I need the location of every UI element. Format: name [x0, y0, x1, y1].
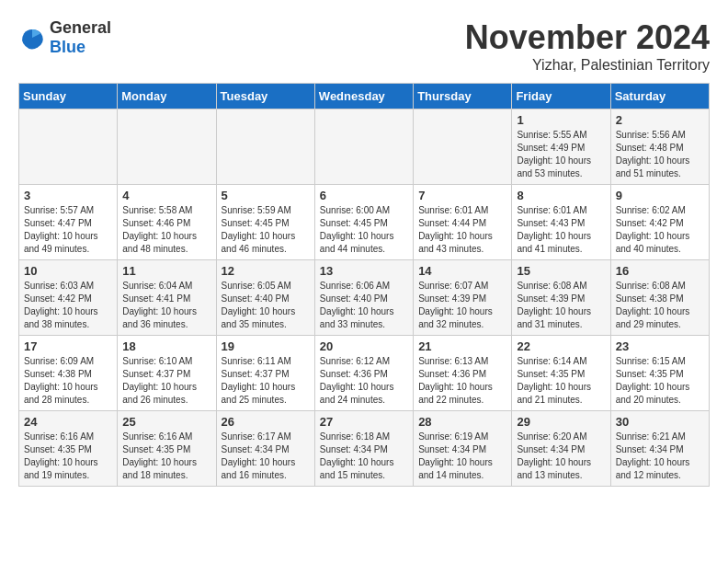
day-cell: 30Sunrise: 6:21 AM Sunset: 4:34 PM Dayli… [610, 411, 709, 487]
day-info: Sunrise: 5:59 AM Sunset: 4:45 PM Dayligh… [222, 205, 296, 254]
day-number: 18 [122, 339, 210, 353]
day-info: Sunrise: 6:11 AM Sunset: 4:37 PM Dayligh… [222, 356, 296, 405]
day-info: Sunrise: 6:05 AM Sunset: 4:40 PM Dayligh… [222, 281, 296, 329]
day-info: Sunrise: 6:18 AM Sunset: 4:34 PM Dayligh… [320, 431, 394, 480]
day-cell: 19Sunrise: 6:11 AM Sunset: 4:37 PM Dayli… [216, 336, 314, 411]
day-cell: 14Sunrise: 6:07 AM Sunset: 4:39 PM Dayli… [414, 260, 512, 336]
day-info: Sunrise: 6:12 AM Sunset: 4:36 PM Dayligh… [320, 356, 394, 405]
day-cell: 5Sunrise: 5:59 AM Sunset: 4:45 PM Daylig… [216, 185, 314, 260]
day-cell: 18Sunrise: 6:10 AM Sunset: 4:37 PM Dayli… [118, 336, 216, 411]
day-info: Sunrise: 5:58 AM Sunset: 4:46 PM Dayligh… [122, 205, 197, 254]
day-info: Sunrise: 6:17 AM Sunset: 4:34 PM Dayligh… [222, 431, 296, 480]
day-number: 14 [418, 264, 506, 278]
week-row-5: 24Sunrise: 6:16 AM Sunset: 4:35 PM Dayli… [19, 411, 710, 487]
day-number: 6 [320, 189, 408, 202]
day-info: Sunrise: 6:02 AM Sunset: 4:42 PM Dayligh… [616, 205, 690, 254]
weekday-header-thursday: Thursday [414, 84, 512, 109]
day-number: 12 [222, 264, 310, 278]
day-cell: 10Sunrise: 6:03 AM Sunset: 4:42 PM Dayli… [19, 260, 118, 336]
title-block: November 2024 Yizhar, Palestinian Territ… [465, 18, 710, 74]
day-number: 27 [320, 415, 408, 429]
day-cell: 1Sunrise: 5:55 AM Sunset: 4:49 PM Daylig… [512, 109, 610, 185]
day-cell: 25Sunrise: 6:16 AM Sunset: 4:35 PM Dayli… [118, 411, 216, 487]
day-info: Sunrise: 6:16 AM Sunset: 4:35 PM Dayligh… [122, 431, 197, 480]
day-info: Sunrise: 6:01 AM Sunset: 4:44 PM Dayligh… [418, 205, 493, 254]
day-cell: 20Sunrise: 6:12 AM Sunset: 4:36 PM Dayli… [314, 336, 413, 411]
day-info: Sunrise: 6:09 AM Sunset: 4:38 PM Dayligh… [24, 356, 98, 405]
day-number: 24 [24, 415, 112, 429]
logo: General Blue [18, 18, 111, 57]
weekday-header-tuesday: Tuesday [216, 84, 314, 109]
day-number: 3 [24, 189, 112, 202]
day-number: 22 [517, 339, 605, 353]
day-cell: 3Sunrise: 5:57 AM Sunset: 4:47 PM Daylig… [19, 185, 118, 260]
week-row-4: 17Sunrise: 6:09 AM Sunset: 4:38 PM Dayli… [19, 336, 710, 411]
day-number: 10 [24, 264, 112, 278]
day-info: Sunrise: 6:06 AM Sunset: 4:40 PM Dayligh… [320, 281, 394, 329]
day-info: Sunrise: 5:56 AM Sunset: 4:48 PM Dayligh… [616, 130, 690, 178]
day-cell: 4Sunrise: 5:58 AM Sunset: 4:46 PM Daylig… [118, 185, 216, 260]
day-info: Sunrise: 6:08 AM Sunset: 4:39 PM Dayligh… [517, 281, 591, 329]
header: General Blue November 2024 Yizhar, Pales… [18, 18, 710, 74]
day-cell [414, 109, 512, 185]
day-number: 2 [616, 113, 704, 127]
day-cell: 13Sunrise: 6:06 AM Sunset: 4:40 PM Dayli… [314, 260, 413, 336]
month-title: November 2024 [465, 18, 710, 57]
day-number: 11 [122, 264, 210, 278]
day-info: Sunrise: 6:21 AM Sunset: 4:34 PM Dayligh… [616, 431, 690, 480]
logo-blue-text: Blue [50, 38, 111, 57]
day-number: 4 [122, 189, 210, 202]
logo-text: General Blue [50, 18, 111, 57]
day-number: 9 [616, 189, 704, 202]
day-cell: 16Sunrise: 6:08 AM Sunset: 4:38 PM Dayli… [610, 260, 709, 336]
day-info: Sunrise: 6:07 AM Sunset: 4:39 PM Dayligh… [418, 281, 493, 329]
day-cell: 6Sunrise: 6:00 AM Sunset: 4:45 PM Daylig… [314, 185, 413, 260]
day-number: 29 [517, 415, 605, 429]
weekday-header-wednesday: Wednesday [314, 84, 413, 109]
day-cell: 21Sunrise: 6:13 AM Sunset: 4:36 PM Dayli… [414, 336, 512, 411]
day-number: 19 [222, 339, 310, 353]
day-cell: 7Sunrise: 6:01 AM Sunset: 4:44 PM Daylig… [414, 185, 512, 260]
weekday-header-saturday: Saturday [610, 84, 709, 109]
day-cell: 29Sunrise: 6:20 AM Sunset: 4:34 PM Dayli… [512, 411, 610, 487]
day-number: 20 [320, 339, 408, 353]
day-cell [118, 109, 216, 185]
day-number: 28 [418, 415, 506, 429]
logo-icon [18, 24, 46, 52]
page: General Blue November 2024 Yizhar, Pales… [0, 0, 728, 505]
day-cell: 8Sunrise: 6:01 AM Sunset: 4:43 PM Daylig… [512, 185, 610, 260]
calendar-body: 1Sunrise: 5:55 AM Sunset: 4:49 PM Daylig… [19, 109, 710, 487]
day-info: Sunrise: 5:57 AM Sunset: 4:47 PM Dayligh… [24, 205, 98, 254]
weekday-header-monday: Monday [118, 84, 216, 109]
weekday-header-row: SundayMondayTuesdayWednesdayThursdayFrid… [19, 84, 710, 109]
day-info: Sunrise: 6:04 AM Sunset: 4:41 PM Dayligh… [122, 281, 197, 329]
weekday-header-friday: Friday [512, 84, 610, 109]
day-number: 16 [616, 264, 704, 278]
calendar-header: SundayMondayTuesdayWednesdayThursdayFrid… [19, 84, 710, 109]
day-cell: 17Sunrise: 6:09 AM Sunset: 4:38 PM Dayli… [19, 336, 118, 411]
day-cell [216, 109, 314, 185]
day-cell: 12Sunrise: 6:05 AM Sunset: 4:40 PM Dayli… [216, 260, 314, 336]
day-cell: 27Sunrise: 6:18 AM Sunset: 4:34 PM Dayli… [314, 411, 413, 487]
day-number: 17 [24, 339, 112, 353]
week-row-3: 10Sunrise: 6:03 AM Sunset: 4:42 PM Dayli… [19, 260, 710, 336]
day-cell: 28Sunrise: 6:19 AM Sunset: 4:34 PM Dayli… [414, 411, 512, 487]
day-cell: 11Sunrise: 6:04 AM Sunset: 4:41 PM Dayli… [118, 260, 216, 336]
week-row-1: 1Sunrise: 5:55 AM Sunset: 4:49 PM Daylig… [19, 109, 710, 185]
day-info: Sunrise: 6:20 AM Sunset: 4:34 PM Dayligh… [517, 431, 591, 480]
day-cell: 9Sunrise: 6:02 AM Sunset: 4:42 PM Daylig… [610, 185, 709, 260]
day-cell: 15Sunrise: 6:08 AM Sunset: 4:39 PM Dayli… [512, 260, 610, 336]
day-number: 23 [616, 339, 704, 353]
day-info: Sunrise: 6:19 AM Sunset: 4:34 PM Dayligh… [418, 431, 493, 480]
weekday-header-sunday: Sunday [19, 84, 118, 109]
day-info: Sunrise: 6:03 AM Sunset: 4:42 PM Dayligh… [24, 281, 98, 329]
day-info: Sunrise: 6:08 AM Sunset: 4:38 PM Dayligh… [616, 281, 690, 329]
day-number: 26 [222, 415, 310, 429]
day-info: Sunrise: 6:10 AM Sunset: 4:37 PM Dayligh… [122, 356, 197, 405]
day-cell: 23Sunrise: 6:15 AM Sunset: 4:35 PM Dayli… [610, 336, 709, 411]
week-row-2: 3Sunrise: 5:57 AM Sunset: 4:47 PM Daylig… [19, 185, 710, 260]
day-number: 15 [517, 264, 605, 278]
day-info: Sunrise: 6:14 AM Sunset: 4:35 PM Dayligh… [517, 356, 591, 405]
day-info: Sunrise: 6:13 AM Sunset: 4:36 PM Dayligh… [418, 356, 493, 405]
day-cell [314, 109, 413, 185]
